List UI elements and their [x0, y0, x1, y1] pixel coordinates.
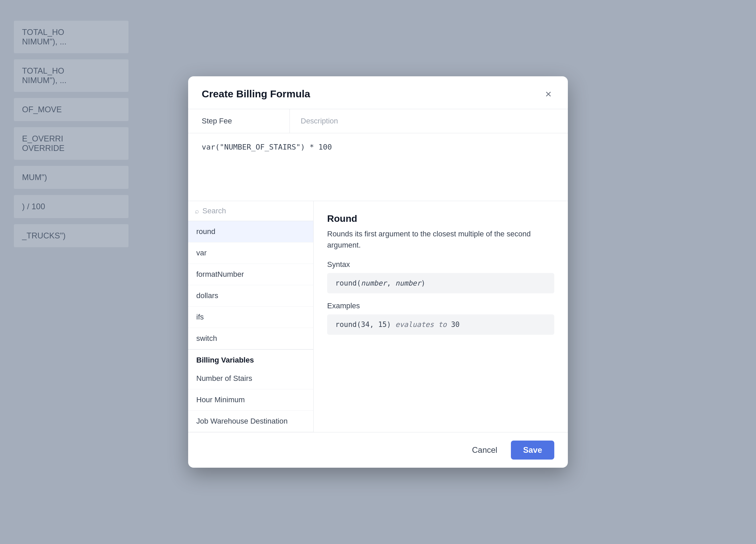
- description-field[interactable]: Description: [290, 109, 568, 133]
- modal-header: Create Billing Formula ×: [188, 76, 568, 109]
- list-item-number-of-stairs[interactable]: Number of Stairs: [188, 368, 313, 389]
- list-item-hour-minimum[interactable]: Hour Minimum: [188, 389, 313, 411]
- formula-editor[interactable]: var("NUMBER_OF_STAIRS") * 100: [188, 133, 568, 201]
- list-item-job-warehouse[interactable]: Job Warehouse Destination: [188, 411, 313, 432]
- example-evaluates: evaluates to: [391, 320, 451, 329]
- example-result: 30: [451, 320, 459, 329]
- modal-body: ⌕ round var formatNumber dollars ifs swi…: [188, 201, 568, 432]
- list-item-var[interactable]: var: [188, 242, 313, 264]
- syntax-code-text: round(number, number): [335, 279, 425, 287]
- list-item-round[interactable]: round: [188, 221, 313, 242]
- left-panel: ⌕ round var formatNumber dollars ifs swi…: [188, 201, 314, 432]
- list-item-ifs[interactable]: ifs: [188, 307, 313, 328]
- search-input[interactable]: [202, 207, 306, 215]
- syntax-label: Syntax: [327, 260, 554, 269]
- list-item-formatnumber[interactable]: formatNumber: [188, 264, 313, 285]
- close-button[interactable]: ×: [542, 87, 554, 101]
- formula-label-row: Step Fee Description: [188, 109, 568, 133]
- cancel-button[interactable]: Cancel: [464, 441, 505, 459]
- save-button[interactable]: Save: [511, 441, 554, 460]
- right-panel: Round Rounds its first argument to the c…: [314, 201, 568, 432]
- examples-code: round(34, 15) evaluates to 30: [327, 314, 554, 335]
- billing-variables-header: Billing Variables: [188, 349, 313, 368]
- example-pre: round(34, 15): [335, 320, 391, 329]
- doc-description: Rounds its first argument to the closest…: [327, 228, 554, 251]
- search-box: ⌕: [188, 201, 313, 221]
- search-icon: ⌕: [195, 207, 199, 215]
- list-item-switch[interactable]: switch: [188, 328, 313, 349]
- list-item-dollars[interactable]: dollars: [188, 285, 313, 307]
- modal-footer: Cancel Save: [188, 432, 568, 468]
- examples-label: Examples: [327, 302, 554, 310]
- formula-value: var("NUMBER_OF_STAIRS") * 100: [202, 143, 332, 151]
- modal: Create Billing Formula × Step Fee Descri…: [188, 76, 568, 468]
- modal-title: Create Billing Formula: [202, 88, 310, 100]
- step-fee-label: Step Fee: [188, 109, 290, 133]
- doc-title: Round: [327, 213, 554, 224]
- modal-backdrop: Create Billing Formula × Step Fee Descri…: [0, 0, 756, 544]
- syntax-code: round(number, number): [327, 273, 554, 293]
- functions-list: round var formatNumber dollars ifs switc…: [188, 221, 313, 432]
